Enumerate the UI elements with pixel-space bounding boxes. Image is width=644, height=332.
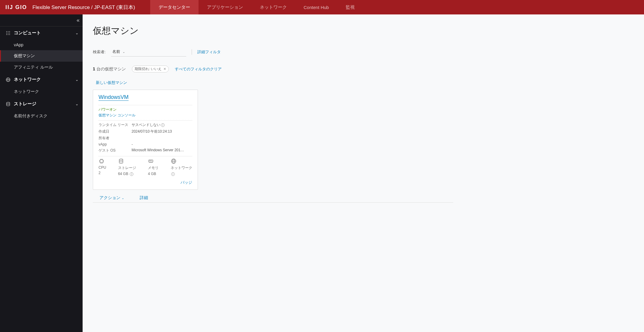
filter-chip-expired[interactable]: 期限切れ: いいえ ✕ (132, 66, 169, 72)
hw-storage: ストレージ 64 GB i (118, 158, 136, 176)
sidebar: « コンピュート ⌄ vApp 仮想マシン アフィニティ ルール ネットワーク … (0, 14, 83, 332)
tab-content-hub[interactable]: Content Hub (295, 0, 337, 14)
created-label: 作成日 (99, 129, 132, 134)
storage-value: 64 GB i (118, 172, 133, 176)
search-row: 検索者: 名前 ⌄ 詳細フィルタ (93, 47, 634, 57)
vm-status: パワーオン (99, 107, 192, 112)
sidebar-collapse-icon[interactable]: « (77, 17, 80, 23)
network-icon (5, 77, 11, 82)
vm-count: 1 台の仮想マシン (93, 66, 126, 72)
close-icon[interactable]: ✕ (163, 67, 166, 71)
card-footer: アクション⌄ 詳細 (99, 195, 634, 201)
detail-button[interactable]: 詳細 (140, 195, 148, 201)
storage-label: ストレージ (118, 165, 136, 171)
divider (93, 202, 453, 203)
chevron-down-icon: ⌄ (123, 50, 125, 54)
svg-point-4 (8, 32, 8, 33)
tab-application[interactable]: アプリケーション (199, 0, 251, 14)
divider (99, 120, 192, 121)
cpu-label: CPU (99, 165, 106, 170)
cpu-value: 2 (99, 171, 101, 175)
sidebar-section-compute[interactable]: コンピュート ⌄ (0, 26, 83, 39)
vapp-value: - (132, 142, 192, 146)
sidebar-item-affinity[interactable]: アフィニティ ルール (0, 62, 83, 73)
storage-icon (5, 101, 11, 107)
svg-point-5 (9, 32, 10, 33)
new-vm-button[interactable]: 新しい仮想マシン (96, 80, 127, 85)
action-button[interactable]: アクション⌄ (99, 195, 124, 201)
svg-point-6 (6, 34, 7, 35)
svg-point-8 (9, 34, 10, 35)
hw-memory: メモリ 4 GB (148, 158, 159, 176)
cpu-icon (99, 158, 105, 164)
memory-value: 4 GB (148, 172, 156, 176)
svg-point-12 (7, 102, 10, 103)
chevron-down-icon: ⌄ (75, 102, 78, 106)
vapp-label: vApp (99, 142, 132, 146)
sidebar-section-storage-label: ストレージ (14, 101, 75, 107)
created-value: 2024/07/10 午前10:24:13 (132, 129, 192, 134)
owner-label: 所有者 (99, 136, 132, 141)
network-icon (171, 158, 177, 164)
owner-value (132, 136, 192, 141)
vm-console-link[interactable]: 仮想マシン コンソール (99, 113, 135, 118)
sidebar-section-compute-label: コンピュート (14, 30, 75, 36)
svg-point-2 (9, 31, 10, 32)
sidebar-collapse-row: « (0, 14, 83, 26)
vm-name-link[interactable]: WindowsVM (99, 94, 129, 101)
svg-point-22 (119, 159, 123, 161)
divider (192, 49, 192, 55)
info-icon[interactable]: i (130, 172, 133, 176)
filter-chip-label: 期限切れ: いいえ (135, 66, 162, 72)
clear-filters-link[interactable]: すべてのフィルタのクリア (175, 66, 222, 72)
sidebar-item-network[interactable]: ネットワーク (0, 86, 83, 97)
network-value: i (171, 172, 175, 176)
tab-datacenter[interactable]: データセンター (150, 0, 199, 14)
network-label: ネットワーク (171, 165, 192, 171)
sidebar-section-network-label: ネットワーク (14, 77, 75, 82)
compute-icon (5, 30, 11, 36)
nav-tabs: データセンター アプリケーション ネットワーク Content Hub 監視 (150, 0, 363, 14)
app-title: Flexible Server Resource / JP-EAST (東日本) (32, 4, 144, 11)
badge-link[interactable]: バッジ (181, 180, 192, 185)
storage-icon (118, 158, 124, 164)
svg-point-3 (6, 32, 7, 33)
hw-cpu: CPU 2 (99, 158, 106, 176)
header: IIJ GIO Flexible Server Resource / JP-EA… (0, 0, 644, 14)
divider (99, 105, 192, 105)
sidebar-section-network[interactable]: ネットワーク ⌄ (0, 73, 83, 86)
memory-label: メモリ (148, 165, 159, 171)
info-icon[interactable]: i (171, 172, 175, 176)
os-label: ゲスト OS (99, 148, 132, 153)
search-label: 検索者: (93, 49, 106, 55)
memory-icon (148, 158, 154, 164)
runtime-value: サスペンドしないi (132, 122, 192, 128)
os-value: Microsoft Windows Server 201… (132, 148, 192, 153)
sidebar-item-vapp[interactable]: vApp (0, 39, 83, 50)
svg-point-0 (6, 31, 7, 32)
tab-monitoring[interactable]: 監視 (337, 0, 363, 14)
svg-rect-13 (100, 160, 103, 163)
filter-row: 1 台の仮想マシン 期限切れ: いいえ ✕ すべてのフィルタのクリア (93, 66, 634, 72)
hw-row: CPU 2 ストレージ 64 GB i メモリ 4 GB (99, 156, 192, 176)
advanced-filter-link[interactable]: 詳細フィルタ (197, 49, 221, 55)
chevron-down-icon: ⌄ (122, 196, 124, 200)
toolbar: 新しい仮想マシン (93, 80, 634, 85)
info-icon[interactable]: i (161, 123, 165, 127)
sidebar-section-storage[interactable]: ストレージ ⌄ (0, 97, 83, 110)
vm-meta: ランタイム リース サスペンドしないi 作成日 2024/07/10 午前10:… (99, 122, 192, 153)
sidebar-item-named-disk[interactable]: 名前付きディスク (0, 110, 83, 122)
svg-point-7 (8, 34, 8, 35)
hw-network: ネットワーク i (171, 158, 192, 176)
vm-card: WindowsVM パワーオン 仮想マシン コンソール ランタイム リース サス… (93, 90, 198, 190)
search-criteria-select[interactable]: 名前 ⌄ (111, 47, 186, 57)
runtime-label: ランタイム リース (99, 122, 132, 128)
page-title: 仮想マシン (93, 25, 634, 37)
chevron-down-icon: ⌄ (75, 78, 78, 82)
svg-point-1 (8, 31, 8, 32)
chevron-down-icon: ⌄ (75, 31, 78, 35)
tab-network[interactable]: ネットワーク (251, 0, 295, 14)
logo: IIJ GIO (0, 4, 32, 11)
content: 仮想マシン 検索者: 名前 ⌄ 詳細フィルタ 1 台の仮想マシン 期限切れ: い… (83, 14, 644, 332)
sidebar-item-vm[interactable]: 仮想マシン (0, 50, 83, 62)
